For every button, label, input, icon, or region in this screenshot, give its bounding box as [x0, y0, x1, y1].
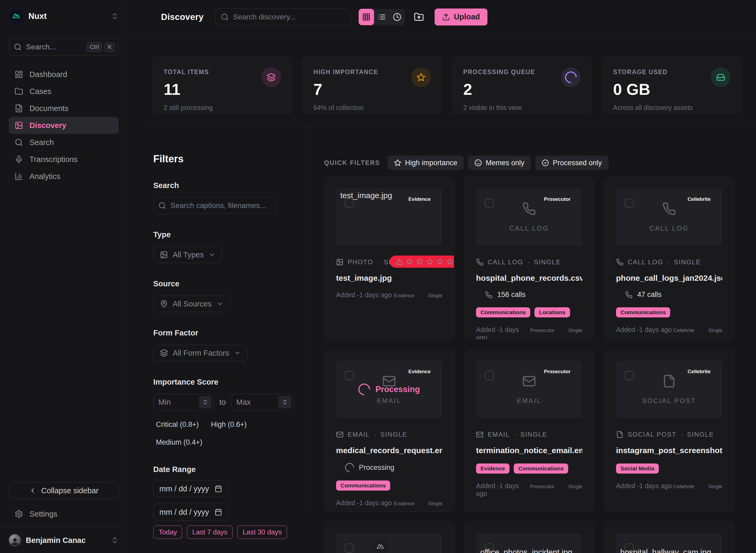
card-footer-source: Cellebrite [673, 327, 694, 333]
upload-button[interactable]: Upload [435, 8, 487, 25]
sidebar-item-settings[interactable]: Settings [9, 505, 119, 523]
form-factor-select[interactable]: All Form Factors [153, 345, 247, 361]
filter-search-input[interactable]: Search captions, filenames... [153, 198, 277, 214]
discovery-search-input[interactable]: Search discovery... [215, 8, 351, 25]
hard-drive-icon [711, 68, 731, 87]
quick-filter-memes-only[interactable]: Memes only [468, 156, 531, 170]
source-badge: Prosecutor [544, 196, 571, 202]
phone-icon [522, 202, 536, 216]
list-view-button[interactable] [374, 9, 389, 25]
date-preset-button[interactable]: Today [153, 525, 182, 539]
max-stepper[interactable] [278, 396, 291, 408]
quick-filter-processed-only[interactable]: Processed only [535, 156, 608, 170]
importance-preset-button[interactable]: Medium (0.4+) [153, 436, 205, 449]
sidebar-item-transcriptions[interactable]: Transcriptions [9, 151, 119, 168]
importance-preset-button[interactable]: Critical (0.8+) [153, 418, 201, 431]
type-select-value: All Types [173, 250, 204, 259]
card-checkbox[interactable] [345, 543, 354, 552]
date-end-input[interactable]: mm / dd / yyyy [153, 503, 228, 521]
to-label: to [219, 398, 226, 407]
category-tag[interactable]: Communications [616, 307, 670, 317]
stat-sub: 2 visible in this view [463, 104, 581, 111]
category-tag[interactable]: Evidence [476, 464, 510, 474]
workspace-switcher[interactable]: Nuxt [9, 7, 119, 25]
sidebar-item-label: Documents [29, 104, 69, 113]
timeline-view-button[interactable] [389, 9, 405, 25]
importance-max-input[interactable]: Max [231, 394, 294, 410]
card-type: CALL LOG [628, 258, 663, 266]
kbd-key: K [104, 42, 115, 52]
list-icon [377, 13, 386, 21]
discovery-card[interactable] [324, 522, 454, 553]
type-select[interactable]: All Types [153, 246, 222, 263]
quick-filter-high-importance[interactable]: High importance [388, 156, 464, 170]
calendar-icon [215, 485, 222, 492]
sidebar-item-documents[interactable]: Documents [9, 100, 119, 117]
phone-icon [662, 202, 676, 216]
card-title: test_image.jpg [336, 273, 442, 283]
card-checkbox[interactable] [345, 199, 354, 208]
category-tag[interactable]: Social Media [616, 464, 659, 474]
date-preset-button[interactable]: Last 30 days [237, 525, 287, 539]
date-range-label: Date Range [153, 465, 294, 474]
card-type: EMAIL [488, 431, 510, 438]
date-preset-button[interactable]: Last 7 days [187, 525, 233, 539]
sidebar-item-search[interactable]: Search [9, 134, 119, 151]
card-checkbox[interactable] [485, 371, 494, 380]
discovery-card[interactable]: CellebriteSOCIAL POSTSOCIAL POST·SINGLEi… [604, 349, 734, 512]
discovery-card[interactable]: office_photos_incident.jpg [464, 522, 594, 553]
card-detail: 47 calls [616, 291, 722, 299]
discovery-card[interactable]: ProsecutorEMAILEMAIL·SINGLEtermination_n… [464, 349, 594, 512]
grid-view-button[interactable] [359, 9, 374, 25]
chevrons-up-down-icon [111, 12, 119, 20]
sidebar-item-dashboard[interactable]: Dashboard [9, 66, 119, 83]
min-stepper[interactable] [199, 396, 212, 408]
sidebar-search[interactable]: Search... CtrlK [9, 38, 119, 56]
user-menu[interactable]: Benjamin Canac [9, 528, 119, 553]
sidebar-item-analytics[interactable]: Analytics [9, 168, 119, 185]
card-tags: CommunicationsLocations [476, 307, 582, 317]
main-area: Discovery Search discovery... Upload TOT… [128, 0, 756, 553]
folder-icon [15, 87, 23, 96]
stat-value: 0 GB [613, 82, 731, 97]
image-icon [160, 251, 168, 259]
min-placeholder: Min [158, 398, 171, 407]
card-checkbox[interactable] [625, 371, 634, 380]
map-pin-icon [160, 300, 168, 308]
date-start-input[interactable]: mm / dd / yyyy [153, 480, 228, 497]
collapse-sidebar-button[interactable]: Collapse sidebar [9, 482, 119, 499]
discovery-card[interactable]: CellebriteCALL LOGCALL LOG·SINGLEphone_c… [604, 177, 734, 339]
card-title: instagram_post_screenshot.jpg [616, 446, 722, 455]
card-meta-row: SOCIAL POST·SINGLE [616, 428, 722, 441]
layers-icon [160, 349, 168, 357]
search-icon [15, 138, 23, 147]
discovery-grid-area: QUICK FILTERS High importanceMemes onlyP… [310, 125, 756, 516]
phone-icon [485, 291, 493, 299]
discovery-card[interactable]: Evidencetest_image.jpgPHOTO·SINGLEtest_i… [324, 177, 454, 339]
sidebar-item-label: Cases [29, 87, 51, 96]
category-tag[interactable]: Communications [336, 480, 390, 491]
discovery-card[interactable]: hospital_hallway_cam.jpg [604, 522, 734, 553]
mic-icon [15, 155, 23, 164]
discovery-card[interactable]: ProsecutorCALL LOGCALL LOG·SINGLEhospita… [464, 177, 594, 339]
importance-min-input[interactable]: Min [153, 394, 214, 410]
category-tag[interactable]: Communications [476, 307, 530, 317]
card-added: Added -1 days ago [616, 326, 672, 334]
card-tags: EvidenceCommunications [476, 464, 582, 474]
sidebar-item-cases[interactable]: Cases [9, 83, 119, 100]
source-select[interactable]: All Sources [153, 296, 230, 312]
card-checkbox[interactable] [625, 199, 634, 208]
media-alt-text: hospital_hallway_cam.jpg [620, 548, 711, 553]
category-tag[interactable]: Communications [514, 464, 568, 474]
card-checkbox[interactable] [345, 371, 354, 380]
stat-value: 7 [313, 82, 431, 97]
sidebar-item-discovery[interactable]: Discovery [9, 117, 119, 134]
category-tag[interactable]: Locations [534, 307, 570, 317]
card-title: hospital_phone_records.csv [476, 273, 582, 283]
card-media: EvidenceEMAILProcessing [336, 361, 442, 418]
kbd-shortcut: CtrlK [86, 42, 115, 52]
discovery-card[interactable]: EvidenceEMAILProcessingEMAIL·SINGLEmedic… [324, 349, 454, 512]
card-checkbox[interactable] [485, 199, 494, 208]
importance-preset-button[interactable]: High (0.6+) [208, 418, 249, 431]
import-folder-button[interactable] [411, 9, 427, 25]
